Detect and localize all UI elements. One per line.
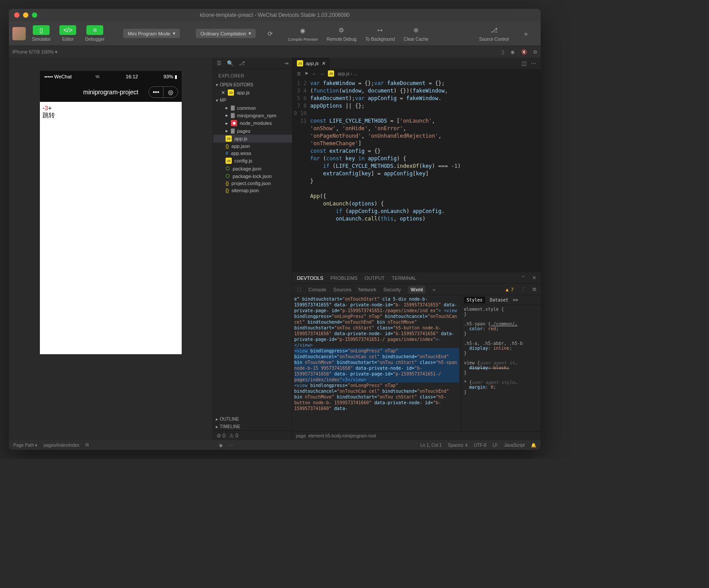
to-background-button[interactable]: ↦ To Background — [362, 25, 397, 42]
list-icon: ☰ — [297, 71, 301, 76]
more-actions-icon[interactable]: ⋯ — [531, 60, 536, 66]
list-icon[interactable]: ☰ — [217, 60, 222, 66]
tab-output[interactable]: OUTPUT — [365, 275, 385, 281]
close-tab-icon[interactable]: ✕ — [321, 61, 325, 66]
tab-terminal[interactable]: TERMINAL — [392, 275, 417, 281]
file-sitemap[interactable]: {} sitemap.json — [213, 187, 292, 194]
phone-content[interactable]: -3+ 跳转 — [40, 102, 182, 354]
file-package-lock[interactable]: ⬡ package-lock.json — [213, 172, 292, 180]
debugger-toggle[interactable]: ≡ Debugger — [82, 25, 107, 42]
warn-count[interactable]: ⚠ 0 — [229, 433, 238, 439]
styles-rules[interactable]: element.style {}.h5-span {./common/… col… — [461, 305, 541, 396]
mute-icon[interactable]: 🔇 — [521, 49, 527, 55]
visibility-icon[interactable]: ◉ — [219, 443, 223, 448]
search-icon[interactable]: 🔍 — [227, 60, 234, 66]
package-icon: ⬢ — [231, 120, 237, 126]
js-file-icon: JS — [228, 89, 234, 96]
phone-status-bar: ••••• WeChat᯾ 16:12 93% ▮ — [40, 71, 182, 82]
record-icon[interactable]: ◉ — [510, 49, 515, 55]
remote-debug-button[interactable]: ⚙ Remote Debug — [324, 25, 359, 42]
clear-cache-button[interactable]: ⊗ Clear Cache — [401, 25, 431, 42]
counter-row[interactable]: -3+ — [43, 104, 179, 112]
more-icon[interactable]: ⋯ — [229, 443, 234, 448]
split-editor-icon[interactable]: ◫ — [522, 60, 526, 66]
settings-icon[interactable]: ⋮ — [521, 286, 526, 292]
phone-nav-bar: miniprogram-project ••• ◎ — [40, 82, 182, 102]
folder-pages[interactable]: ▸ ▇ pages — [213, 127, 292, 135]
tab-more[interactable]: >> — [513, 298, 518, 302]
capsule-button[interactable]: ••• ◎ — [148, 86, 178, 98]
timeline-section[interactable]: ▸ TIMELINE — [213, 423, 292, 430]
page-path-label[interactable]: Page Path ▾ — [13, 443, 38, 448]
indent-setting[interactable]: Spaces: 4 — [448, 443, 467, 448]
file-package-json[interactable]: ⬡ package.json — [213, 165, 292, 172]
open-editor-item[interactable]: ✕ JS app.js — [213, 89, 292, 97]
simulator-toggle[interactable]: ▯ Simulator — [29, 25, 53, 42]
more-button[interactable]: » — [515, 29, 537, 39]
cursor-position[interactable]: Ln 1, Col 1 — [420, 443, 441, 448]
folder-common[interactable]: ▸ ▇ common — [213, 104, 292, 112]
folder-icon: ▇ — [231, 112, 234, 118]
capsule-close-icon[interactable]: ◎ — [164, 87, 178, 97]
editor-pane: JS app.js ✕ ◫ ⋯ ☰ ⚑ ← → JS app.js › ... … — [292, 58, 541, 440]
capsule-more-icon[interactable]: ••• — [149, 87, 163, 97]
tab-devtools[interactable]: DEVTOOLS — [297, 275, 323, 281]
file-app-js[interactable]: JS app.js — [213, 135, 292, 143]
device-selector[interactable]: iPhone 6/7/8 100% ▾ — [12, 49, 58, 55]
open-editors-section[interactable]: ▾ OPEN EDITORS — [213, 81, 292, 89]
subtab-sources[interactable]: Sources — [333, 287, 351, 292]
eol[interactable]: LF — [493, 443, 498, 448]
chevron-up-icon[interactable]: ⌃ — [521, 275, 525, 281]
file-app-wxss[interactable]: # app.wxss — [213, 150, 292, 157]
folder-node-modules[interactable]: ▸ ⬢ node_modules — [213, 119, 292, 127]
rotate-icon[interactable]: ▯ — [502, 49, 504, 55]
more-tabs-icon[interactable]: » — [432, 287, 435, 292]
compile-button[interactable]: ⟳ — [259, 29, 281, 39]
file-project-config[interactable]: {} project.config.json — [213, 180, 292, 187]
collapse-icon[interactable]: ⇥ — [284, 60, 288, 66]
file-app-json[interactable]: {} app.json — [213, 143, 292, 150]
tab-problems[interactable]: PROBLEMS — [331, 275, 358, 281]
preview-button[interactable]: ◉ Compile Preview — [285, 26, 320, 42]
folder-icon: ▇ — [231, 105, 234, 111]
code-editor[interactable]: 1 2 3 4 5 6 7 8 9 10 11 var fakeWindow =… — [292, 78, 541, 272]
inspect-icon[interactable]: ⬚ — [297, 286, 301, 292]
warning-badge[interactable]: ▲ 7 — [505, 287, 514, 292]
close-panel-icon[interactable]: ✕ — [532, 275, 536, 281]
user-avatar[interactable] — [12, 27, 26, 40]
phone-icon: ▯ — [33, 25, 50, 35]
language-mode[interactable]: JavaScript — [504, 443, 525, 448]
copy-icon[interactable]: ⧉ — [534, 49, 537, 55]
js-file-icon: JS — [328, 70, 334, 77]
project-root[interactable]: ▾ MP — [213, 97, 292, 104]
file-config-js[interactable]: JS config.js — [213, 157, 292, 165]
subtab-security[interactable]: Security — [383, 287, 401, 292]
page-path[interactable]: pages/index/index — [44, 443, 80, 448]
tab-dataset[interactable]: Dataset — [490, 298, 508, 302]
breadcrumb[interactable]: ☰ ⚑ ← → JS app.js › ... — [292, 69, 541, 78]
dock-icon[interactable]: ⧉ — [533, 286, 536, 292]
folder-icon: ▇ — [231, 128, 234, 134]
copy-path-icon[interactable]: ⧉ — [86, 442, 89, 448]
program-mode-dropdown[interactable]: Mini Program Mode▾ — [123, 29, 180, 38]
outline-section[interactable]: ▸ OUTLINE — [213, 415, 292, 423]
bell-icon[interactable]: 🔔 — [531, 443, 536, 448]
nav-link[interactable]: 跳转 — [43, 112, 179, 120]
subtab-network[interactable]: Network — [358, 287, 376, 292]
editor-toggle[interactable]: </> Editor — [57, 25, 79, 42]
branch-icon[interactable]: ⎇ — [239, 60, 245, 66]
tab-app-js[interactable]: JS app.js ✕ — [292, 58, 330, 69]
tab-styles[interactable]: Styles — [464, 297, 485, 303]
subtab-console[interactable]: Console — [308, 287, 326, 292]
error-count[interactable]: ⊘ 0 — [217, 433, 226, 439]
simulator-pane: ••••• WeChat᯾ 16:12 93% ▮ miniprogram-pr… — [9, 58, 213, 440]
folder-miniprogram-npm[interactable]: ▸ ▇ miniprogram_npm — [213, 112, 292, 119]
wxml-tree[interactable]: e" bindtouchstart="onTouchStart" cla 5-d… — [292, 295, 461, 431]
source-control-button[interactable]: ⎇ Source Control — [476, 25, 511, 42]
encoding[interactable]: UTF-8 — [474, 443, 486, 448]
device-bar: iPhone 6/7/8 100% ▾ ▯ ◉ 🔇 ⧉ — [9, 46, 541, 58]
subtab-wxml[interactable]: Wxml — [408, 286, 426, 294]
json-file-icon: {} — [226, 143, 229, 149]
code-content[interactable]: var fakeWindow = {};var fakeDocument = {… — [310, 78, 541, 272]
compilation-dropdown[interactable]: Ordinary Compilation▾ — [196, 29, 256, 38]
